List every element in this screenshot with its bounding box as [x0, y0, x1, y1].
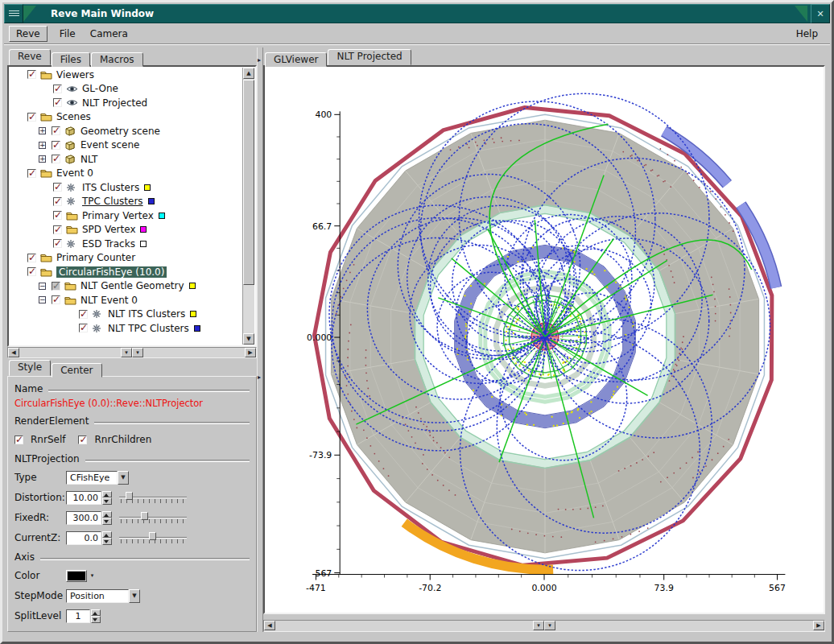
- fixedr-slider[interactable]: [119, 511, 187, 524]
- tree-item[interactable]: +NLT: [10, 152, 242, 167]
- tree-checkbox[interactable]: [27, 113, 36, 122]
- currentz-spinner[interactable]: [102, 531, 112, 545]
- scroll-right-button[interactable]: [245, 348, 256, 357]
- tree-item-label[interactable]: Geometry scene: [81, 126, 160, 137]
- tree-checkbox[interactable]: [53, 183, 62, 192]
- scroll-right-button[interactable]: [813, 621, 824, 630]
- tree-scrollbar[interactable]: [242, 68, 254, 345]
- tree-checkbox[interactable]: [53, 197, 62, 206]
- tab-files[interactable]: Files: [52, 52, 90, 67]
- tree-item-label[interactable]: NLT: [81, 154, 97, 165]
- tree-item-label[interactable]: NLT TPC Clusters: [108, 323, 189, 334]
- type-combobox[interactable]: CFishEye: [66, 471, 129, 485]
- tree-item[interactable]: NLT Projected: [10, 96, 242, 110]
- tree-checkbox[interactable]: [27, 267, 36, 276]
- tree-checkbox[interactable]: [52, 295, 60, 304]
- tree-checkbox[interactable]: [53, 85, 62, 93]
- menu-reve[interactable]: Reve: [9, 26, 47, 42]
- tree-item[interactable]: TPC Clusters: [10, 195, 242, 209]
- tree-expander[interactable]: +: [39, 127, 46, 134]
- menu-file[interactable]: File: [52, 26, 83, 42]
- tree-item-label[interactable]: NLT ITS Clusters: [108, 308, 185, 320]
- tree-item[interactable]: −NLT Event 0: [10, 293, 242, 308]
- collapse-button[interactable]: [121, 348, 132, 357]
- tree-item[interactable]: +Event scene: [10, 138, 242, 153]
- tree-checkbox[interactable]: [27, 70, 36, 79]
- tree-checkbox[interactable]: [53, 239, 62, 248]
- tree-expander[interactable]: −: [39, 283, 46, 290]
- fixedr-spinner[interactable]: [102, 511, 112, 525]
- tree-item[interactable]: ITS Clusters: [10, 180, 242, 195]
- slider-thumb[interactable]: [149, 532, 156, 540]
- chevron-down-icon[interactable]: [118, 471, 129, 485]
- tree-item-label[interactable]: NLT Projected: [82, 97, 147, 109]
- rnrself-checkbox[interactable]: [14, 436, 23, 444]
- tree-item[interactable]: +Geometry scene: [10, 124, 242, 138]
- tree-item[interactable]: Scenes: [10, 110, 242, 125]
- currentz-slider[interactable]: [119, 531, 187, 544]
- tab-nlt-projected[interactable]: NLT Projected: [328, 49, 411, 65]
- tree-item-label[interactable]: Event scene: [81, 139, 139, 151]
- tree-item[interactable]: Event 0: [10, 167, 242, 181]
- scroll-left-button[interactable]: [8, 348, 19, 357]
- viewer-canvas[interactable]: 40066.70.000-73.9-567-471-70.20.00073.95…: [263, 65, 825, 614]
- tree-item-label[interactable]: NLT Gentle Geometry: [81, 280, 184, 291]
- tree-checkbox[interactable]: [52, 126, 60, 135]
- collapse-button[interactable]: [132, 348, 143, 357]
- window-close-button[interactable]: [811, 4, 830, 23]
- tree-item-label[interactable]: Scenes: [56, 111, 91, 122]
- tab-macros[interactable]: Macros: [91, 52, 143, 67]
- tree-item-label[interactable]: CircularFishEye (10.0): [56, 266, 167, 278]
- slider-thumb[interactable]: [141, 512, 148, 520]
- rnrchildren-checkbox[interactable]: [78, 436, 87, 444]
- panel-splitter[interactable]: [257, 47, 263, 632]
- color-swatch[interactable]: [66, 570, 87, 582]
- tree-checkbox[interactable]: [79, 310, 88, 319]
- menu-help[interactable]: Help: [789, 26, 825, 42]
- tree-item-label[interactable]: Primary Counter: [56, 252, 135, 263]
- stepmode-combobox[interactable]: Position: [66, 589, 140, 603]
- tree-item[interactable]: −NLT Gentle Geometry: [10, 279, 242, 294]
- tree-item[interactable]: CircularFishEye (10.0): [10, 265, 242, 279]
- distortion-input[interactable]: 10.00: [66, 491, 101, 505]
- menu-camera[interactable]: Camera: [83, 26, 135, 42]
- tree-item-label[interactable]: Event 0: [56, 167, 93, 179]
- distortion-slider[interactable]: [119, 491, 187, 504]
- tree-expander[interactable]: +: [39, 142, 46, 149]
- tree-item[interactable]: GL-One: [10, 82, 242, 97]
- tree-checkbox[interactable]: [53, 211, 62, 220]
- tree-item-label[interactable]: SPD Vertex: [82, 224, 135, 235]
- collapse-button[interactable]: [544, 621, 555, 630]
- tree-expander[interactable]: +: [39, 155, 46, 163]
- tree-checkbox[interactable]: [27, 169, 36, 178]
- tree-item[interactable]: ESD Tracks: [10, 237, 242, 251]
- fixedr-input[interactable]: 300.0: [66, 511, 101, 525]
- tree-checkbox[interactable]: [53, 225, 62, 234]
- tree-item-label[interactable]: NLT Event 0: [81, 295, 138, 306]
- tree-item[interactable]: Primary Counter: [10, 251, 242, 266]
- splitlevel-spinner[interactable]: [91, 609, 101, 623]
- tree-item[interactable]: NLT ITS Clusters: [10, 308, 242, 322]
- tree-checkbox[interactable]: [27, 254, 36, 262]
- slider-thumb[interactable]: [126, 492, 133, 500]
- tree-item-label[interactable]: ESD Tracks: [82, 238, 135, 250]
- tree-item-label[interactable]: Viewers: [56, 69, 94, 80]
- tree-item-label[interactable]: ITS Clusters: [82, 182, 139, 193]
- event-display-svg[interactable]: 40066.70.000-73.9-567-471-70.20.00073.95…: [265, 67, 824, 613]
- tree-checkbox[interactable]: [53, 98, 62, 107]
- tree-checkbox[interactable]: [52, 141, 60, 150]
- distortion-spinner[interactable]: [102, 491, 112, 505]
- tree-item-label[interactable]: Primary Vertex: [82, 210, 154, 221]
- tree-checkbox[interactable]: [79, 324, 88, 332]
- splitlevel-input[interactable]: 1: [66, 609, 90, 623]
- collapse-button[interactable]: [533, 621, 544, 630]
- tree-item[interactable]: Primary Vertex: [10, 208, 242, 223]
- tree-item-label[interactable]: GL-One: [82, 83, 118, 94]
- tree-checkbox[interactable]: [52, 282, 60, 291]
- scroll-left-button[interactable]: [264, 621, 275, 630]
- scrollbar-thumb[interactable]: [243, 80, 254, 285]
- scroll-up-button[interactable]: [243, 68, 254, 79]
- viewer-hscrollbar[interactable]: [263, 620, 825, 632]
- color-dropdown-button[interactable]: [89, 572, 96, 579]
- tab-style[interactable]: Style: [9, 360, 51, 376]
